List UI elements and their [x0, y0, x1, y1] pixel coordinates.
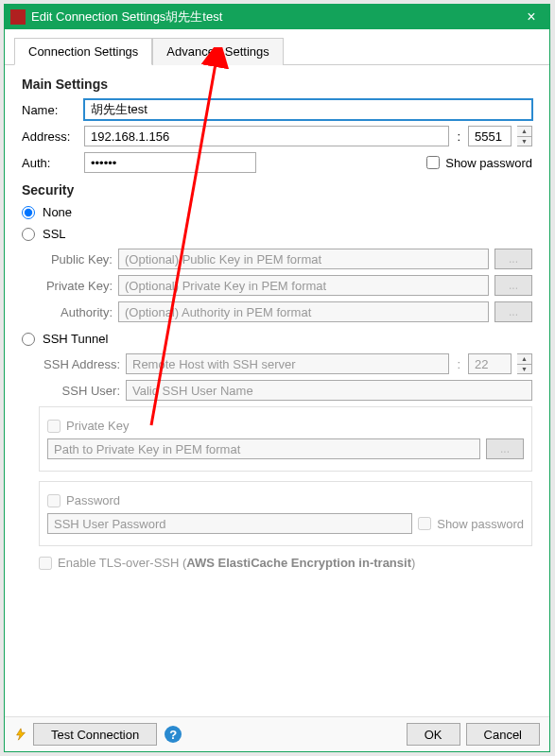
name-input[interactable] — [84, 99, 532, 120]
private-key-input — [118, 275, 489, 296]
address-label: Address: — [22, 129, 78, 144]
port-spinner[interactable]: ▲▼ — [517, 126, 532, 146]
tab-bar: Connection Settings Advanced Settings — [5, 29, 549, 65]
address-port-separator: : — [455, 129, 462, 144]
window-title: Edit Connection Settings胡先生test — [31, 9, 222, 26]
public-key-input — [118, 249, 489, 269]
public-key-browse-button: ... — [494, 249, 532, 269]
close-icon[interactable]: × — [513, 5, 549, 29]
security-ssl-label: SSL — [43, 227, 66, 241]
ssh-private-key-browse-button: ... — [486, 438, 524, 459]
show-password-label: Show password — [445, 156, 532, 170]
tls-over-ssh-label: Enable TLS-over-SSH (AWS ElastiCache Enc… — [58, 556, 415, 570]
ssh-password-label: Password — [66, 493, 120, 507]
private-key-label: Private Key: — [39, 279, 113, 293]
name-label: Name: — [22, 103, 78, 117]
ssh-show-password-label: Show password — [437, 517, 524, 531]
ssh-private-key-label: Private Key — [66, 419, 129, 433]
authority-label: Authority: — [39, 305, 113, 319]
test-connection-button[interactable]: Test Connection — [33, 723, 157, 746]
port-input[interactable] — [468, 126, 512, 146]
ssh-port-input — [468, 353, 512, 374]
authority-browse-button: ... — [494, 301, 532, 322]
auth-input[interactable] — [84, 152, 256, 173]
security-none-label: None — [43, 205, 72, 219]
tls-over-ssh-checkbox — [39, 557, 52, 570]
dialog-window: Edit Connection Settings胡先生test × Connec… — [4, 4, 550, 752]
lightning-icon — [14, 728, 27, 741]
ssh-user-label: SSH User: — [39, 384, 120, 398]
security-ssh-label: SSH Tunnel — [43, 332, 108, 346]
main-settings-heading: Main Settings — [22, 77, 532, 92]
auth-label: Auth: — [22, 156, 78, 170]
svg-marker-0 — [17, 729, 26, 740]
security-ssl-radio[interactable] — [22, 228, 35, 241]
security-heading: Security — [22, 182, 532, 198]
ssh-private-key-checkbox — [47, 420, 61, 433]
tab-connection-settings[interactable]: Connection Settings — [14, 38, 152, 65]
show-password-checkbox[interactable] — [426, 156, 440, 169]
ssh-address-input — [126, 353, 449, 374]
ssh-port-spinner: ▲▼ — [517, 353, 532, 374]
dialog-footer: Test Connection ? OK Cancel — [5, 716, 549, 751]
ok-button[interactable]: OK — [407, 723, 460, 746]
private-key-browse-button: ... — [494, 275, 532, 296]
security-none-radio[interactable] — [22, 206, 35, 219]
dialog-content: Main Settings Name: Address: : ▲▼ Auth: … — [5, 65, 549, 716]
ssh-port-separator: : — [455, 357, 462, 371]
ssh-user-input — [126, 380, 532, 401]
tab-advanced-settings[interactable]: Advanced Settings — [152, 38, 283, 65]
ssh-address-label: SSH Address: — [39, 357, 120, 371]
ssh-password-checkbox — [47, 494, 61, 507]
help-icon[interactable]: ? — [165, 726, 182, 743]
app-icon — [10, 9, 26, 25]
public-key-label: Public Key: — [39, 252, 113, 266]
security-ssh-radio[interactable] — [22, 333, 35, 346]
titlebar: Edit Connection Settings胡先生test × — [5, 5, 549, 29]
ssh-show-password-checkbox — [418, 517, 431, 530]
authority-input — [118, 301, 489, 322]
ssh-password-input — [47, 513, 412, 534]
ssh-private-key-path-input — [47, 438, 480, 459]
cancel-button[interactable]: Cancel — [466, 723, 540, 746]
address-input[interactable] — [84, 126, 449, 146]
